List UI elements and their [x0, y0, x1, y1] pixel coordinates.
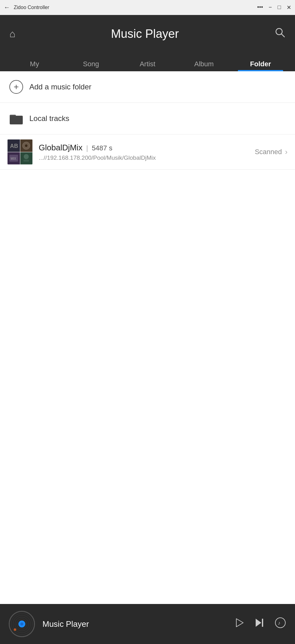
tabs-bar: My Song Artist Album Folder	[0, 53, 295, 71]
svg-text:♪: ♪	[278, 620, 280, 626]
page-title: Music Player	[111, 27, 179, 41]
svg-line-1	[281, 34, 284, 37]
add-circle-icon: +	[9, 80, 23, 94]
folder-path: ...//192.168.178.200/Pool/Musik/GlobalDj…	[39, 154, 255, 161]
svg-rect-16	[23, 160, 29, 162]
folder-thumbnails: A B MIX	[7, 139, 32, 164]
thumb-3: MIX	[7, 152, 20, 165]
svg-point-25	[14, 628, 16, 631]
tab-song[interactable]: Song	[63, 56, 119, 71]
folder-icon	[9, 112, 23, 125]
tab-folder[interactable]: Folder	[232, 56, 289, 71]
svg-point-29	[275, 618, 285, 628]
music-note-button[interactable]: ♪	[274, 617, 286, 631]
add-music-folder-button[interactable]: + Add a music folder	[0, 71, 295, 103]
close-button[interactable]: ✕	[287, 4, 291, 11]
svg-marker-26	[236, 619, 243, 627]
folder-name-row: GlobalDjMix | 5487 s	[39, 143, 255, 153]
app-header: ⌂ Music Player	[0, 15, 295, 53]
player-controls: ♪	[233, 617, 286, 631]
svg-rect-28	[262, 619, 263, 627]
app-title: Zidoo Controller	[14, 5, 257, 10]
chevron-right-icon: ›	[285, 148, 288, 156]
back-button[interactable]: ←	[4, 4, 10, 11]
folder-item-right: Scanned ›	[255, 148, 288, 156]
folder-name: GlobalDjMix	[39, 143, 82, 153]
thumb-2	[20, 139, 33, 152]
thumb-1: A B	[7, 139, 20, 152]
svg-text:A: A	[10, 143, 14, 149]
player-album-art[interactable]	[9, 611, 35, 637]
bottom-player-bar: Music Player ♪	[0, 604, 295, 644]
folder-item-globaldijmix[interactable]: A B MIX	[0, 134, 295, 170]
player-title: Music Player	[42, 619, 233, 629]
svg-text:B: B	[14, 143, 18, 149]
search-icon[interactable]	[274, 27, 286, 41]
title-bar: ← Zidoo Controller ••• − □ ✕	[0, 0, 295, 15]
minimize-button[interactable]: −	[269, 4, 272, 11]
maximize-button[interactable]: □	[278, 4, 281, 11]
next-button[interactable]	[254, 617, 266, 631]
folder-count: 5487 s	[92, 144, 112, 152]
thumb-4	[20, 152, 33, 165]
svg-rect-4	[10, 116, 22, 124]
add-folder-icon: +	[9, 80, 23, 94]
local-tracks-label: Local tracks	[29, 114, 69, 123]
window-controls: ••• − □ ✕	[257, 4, 291, 11]
play-button[interactable]	[233, 617, 245, 631]
folder-item-info: GlobalDjMix | 5487 s ...//192.168.178.20…	[39, 143, 255, 161]
tab-artist[interactable]: Artist	[119, 56, 176, 71]
tab-album[interactable]: Album	[176, 56, 232, 71]
more-options-button[interactable]: •••	[257, 4, 263, 11]
local-tracks-item[interactable]: Local tracks	[0, 103, 295, 134]
vinyl-disc	[9, 611, 35, 637]
svg-point-15	[24, 154, 29, 159]
content-area: + Add a music folder Local tracks A B	[0, 71, 295, 170]
add-folder-label: Add a music folder	[29, 83, 91, 91]
tab-my[interactable]: My	[6, 56, 63, 71]
svg-point-24	[20, 622, 23, 626]
svg-text:MIX: MIX	[11, 157, 16, 160]
folder-separator: |	[86, 144, 88, 152]
svg-marker-27	[256, 619, 261, 627]
folder-status: Scanned	[255, 148, 282, 156]
svg-point-10	[25, 144, 27, 147]
home-icon[interactable]: ⌂	[9, 28, 15, 40]
